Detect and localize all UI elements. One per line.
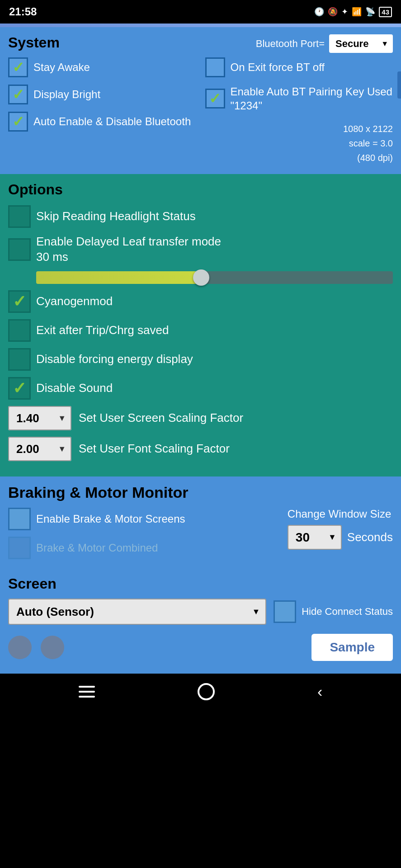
options-section: Options Skip Reading Headlight Status En… [0, 174, 401, 476]
options-title: Options [8, 181, 393, 198]
option-cyanogenmod-label: Cyanogenmod [36, 294, 113, 309]
bluetooth-icon: ✦ [341, 7, 348, 17]
signal-icon: 📡 [365, 7, 375, 17]
screen-scaling-row: 1.00 1.20 1.40 1.60 1.80 2.00 Set User S… [8, 406, 393, 430]
status-bar: 21:58 🕐 🔕 ✦ 📶 📡 43 [0, 0, 401, 24]
option-disable-sound-checkbox[interactable] [8, 377, 31, 400]
auto-bluetooth-checkbox[interactable] [8, 112, 28, 132]
display-bright-label: Display Bright [33, 88, 100, 101]
option-delayed-leaf-label: Enable Delayed Leaf transfer mode30 ms [36, 234, 221, 265]
option-delayed-leaf-checkbox[interactable] [8, 238, 31, 261]
option-disable-sound-label: Disable Sound [36, 381, 113, 396]
dpi-text: (480 dpi) [205, 151, 393, 165]
bluetooth-port-row: Bluetooth Port= Secure Insecure [256, 34, 393, 53]
stay-awake-checkbox[interactable] [8, 57, 28, 77]
font-scaling-label: Set User Font Scaling Factor [79, 442, 230, 456]
alarm-icon: 🕐 [314, 7, 324, 17]
bluetooth-port-label: Bluetooth Port= [256, 38, 325, 50]
slider-track [36, 271, 393, 284]
status-time: 21:58 [9, 5, 37, 18]
font-scaling-select-wrapper[interactable]: 1.00 1.20 1.40 1.60 1.80 2.00 [8, 437, 71, 461]
scale-text: scale = 3.0 [205, 136, 393, 151]
nav-circle-1[interactable] [8, 636, 32, 659]
screen-section: Screen Auto (Sensor) Portrait Landscape … [0, 568, 401, 674]
option-exit-trip-checkbox[interactable] [8, 319, 31, 342]
screen-scaling-select-wrapper[interactable]: 1.00 1.20 1.40 1.60 1.80 2.00 [8, 406, 71, 430]
display-bright-row: Display Bright [8, 85, 196, 104]
on-exit-force-bt-checkbox[interactable] [205, 57, 225, 77]
sample-button[interactable]: Sample [311, 634, 393, 661]
hide-connect-status-label: Hide Connect Status [302, 605, 393, 618]
option-exit-trip-label: Exit after Trip/Chrg saved [36, 323, 169, 338]
change-window-label: Change Window Size [288, 508, 391, 520]
display-bright-checkbox[interactable] [8, 85, 28, 104]
option-disable-energy-checkbox[interactable] [8, 348, 31, 371]
android-nav-bar: ‹ [0, 674, 401, 710]
screen-scaling-label: Set User Screen Scaling Factor [79, 411, 243, 425]
nav-circle-2[interactable] [41, 636, 64, 659]
option-disable-sound-row: Disable Sound [8, 377, 393, 400]
enable-auto-bt-row: Enable Auto BT Pairing Key Used "1234" [205, 85, 393, 113]
screen-title: Screen [8, 576, 393, 592]
enable-brake-motor-checkbox[interactable] [8, 508, 31, 530]
nav-back-button[interactable]: ‹ [317, 683, 322, 700]
bluetooth-port-select-wrapper[interactable]: Secure Insecure [329, 34, 393, 53]
brake-motor-combined-label: Brake & Motor Combined [36, 541, 158, 555]
nav-menu-button[interactable] [79, 686, 95, 698]
on-exit-force-bt-row: On Exit force BT off [205, 57, 393, 77]
stay-awake-label: Stay Awake [33, 61, 90, 74]
braking-row: Enable Brake & Motor Screens Brake & Mot… [8, 508, 393, 559]
resolution-info: 1080 x 2122 scale = 3.0 (480 dpi) [205, 122, 393, 165]
bluetooth-port-select[interactable]: Secure Insecure [329, 34, 393, 53]
window-select-wrapper[interactable]: 10 20 30 45 60 [288, 525, 342, 550]
font-scaling-row: 1.00 1.20 1.40 1.60 1.80 2.00 Set User F… [8, 437, 393, 461]
window-dropdown-row: 10 20 30 45 60 Seconds [288, 525, 393, 550]
option-skip-headlight-label: Skip Reading Headlight Status [36, 209, 196, 224]
auto-bluetooth-row: Auto Enable & Disable Bluetooth [8, 112, 196, 132]
option-cyanogenmod-checkbox[interactable] [8, 290, 31, 313]
enable-auto-bt-checkbox[interactable] [205, 89, 225, 108]
option-skip-headlight-row: Skip Reading Headlight Status [8, 205, 393, 228]
hide-connect-status-checkbox[interactable] [274, 600, 296, 623]
right-edge-scroll [397, 71, 401, 99]
option-cyanogenmod-row: Cyanogenmod [8, 290, 393, 313]
window-unit-label: Seconds [347, 530, 393, 544]
window-select[interactable]: 10 20 30 45 60 [288, 525, 342, 550]
screen-scaling-select[interactable]: 1.00 1.20 1.40 1.60 1.80 2.00 [8, 406, 71, 430]
muted-icon: 🔕 [328, 7, 338, 17]
screen-row: Auto (Sensor) Portrait Landscape Hide Co… [8, 599, 393, 625]
system-title: System [8, 34, 60, 51]
enable-brake-motor-label: Enable Brake & Motor Screens [36, 512, 185, 526]
auto-bluetooth-label: Auto Enable & Disable Bluetooth [33, 114, 191, 128]
option-skip-headlight-checkbox[interactable] [8, 205, 31, 228]
brake-motor-combined-checkbox[interactable] [8, 537, 31, 559]
hide-connect-row: Hide Connect Status [274, 600, 393, 623]
braking-col-left: Enable Brake & Motor Screens Brake & Mot… [8, 508, 283, 559]
status-icons: 🕐 🔕 ✦ 📶 📡 43 [314, 7, 392, 17]
option-delayed-leaf-row: Enable Delayed Leaf transfer mode30 ms [8, 234, 393, 265]
wifi-icon: 📶 [352, 7, 362, 17]
resolution-text: 1080 x 2122 [205, 122, 393, 136]
system-section: System Bluetooth Port= Secure Insecure S… [0, 27, 401, 174]
slider-container [8, 271, 393, 284]
slider-thumb [193, 269, 209, 286]
on-exit-force-bt-label: On Exit force BT off [231, 61, 325, 74]
font-scaling-select[interactable]: 1.00 1.20 1.40 1.60 1.80 2.00 [8, 437, 71, 461]
braking-section: Braking & Motor Monitor Enable Brake & M… [0, 476, 401, 568]
option-exit-trip-row: Exit after Trip/Chrg saved [8, 319, 393, 342]
sensor-select[interactable]: Auto (Sensor) Portrait Landscape [8, 599, 266, 625]
scroll-indicator [0, 24, 401, 27]
nav-home-button[interactable] [198, 683, 215, 700]
stay-awake-row: Stay Awake [8, 57, 196, 77]
enable-auto-bt-label: Enable Auto BT Pairing Key Used "1234" [231, 85, 393, 113]
braking-col-right: Change Window Size 10 20 30 45 60 Second… [288, 508, 393, 550]
battery-indicator: 43 [379, 7, 392, 17]
option-disable-energy-row: Disable forcing energy display [8, 348, 393, 371]
brake-motor-combined-row: Brake & Motor Combined [8, 537, 283, 559]
nav-circles-area [8, 636, 64, 659]
option-disable-energy-label: Disable forcing energy display [36, 352, 193, 367]
sensor-select-wrapper[interactable]: Auto (Sensor) Portrait Landscape [8, 599, 266, 625]
braking-title: Braking & Motor Monitor [8, 484, 393, 501]
enable-brake-motor-row: Enable Brake & Motor Screens [8, 508, 283, 530]
